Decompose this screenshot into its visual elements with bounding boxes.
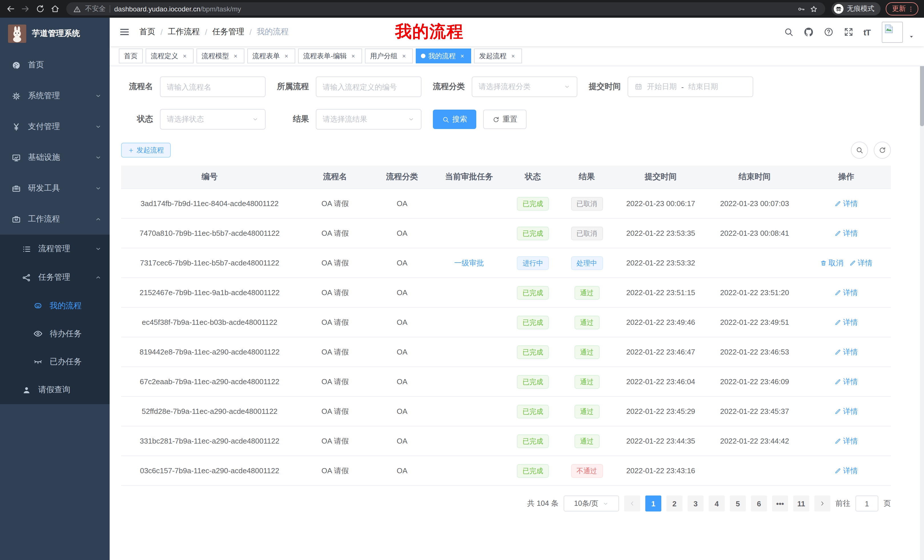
close-icon[interactable]: × (459, 52, 466, 60)
tab[interactable]: 流程模型× (196, 48, 244, 63)
row-category: OA (372, 456, 432, 485)
pager-page[interactable]: 1 (645, 496, 661, 512)
security-label[interactable]: 不安全 (85, 4, 106, 14)
result-cell: 已取消 (560, 189, 614, 219)
row-process-name: OA 请假 (298, 189, 372, 219)
row-id: 7470a810-7b9b-11ec-b5b7-acde48001122 (121, 219, 298, 248)
detail-link[interactable]: 详情 (835, 287, 858, 298)
breadcrumb-item[interactable]: 工作流程 (168, 27, 200, 37)
table-row: 3ad174fb-7b9d-11ec-8404-acde48001122OA 请… (121, 189, 891, 219)
cancel-link[interactable]: 取消 (820, 258, 843, 268)
page-scrollbar[interactable] (920, 18, 924, 560)
process-def-input[interactable] (316, 76, 422, 97)
sidebar-item[interactable]: 待办任务 (0, 320, 110, 347)
tab[interactable]: 流程定义× (146, 48, 194, 63)
back-icon[interactable] (6, 4, 15, 14)
app-logo[interactable]: 芋道管理系统 (0, 18, 110, 49)
sidebar-item[interactable]: 工作流程 (0, 204, 110, 235)
close-icon[interactable]: × (509, 52, 517, 60)
detail-link[interactable]: 详情 (835, 406, 858, 416)
close-icon[interactable]: × (283, 52, 290, 60)
result-cell: 通过 (560, 367, 614, 397)
github-icon[interactable] (804, 27, 814, 37)
sidebar-item[interactable]: 系统管理 (0, 81, 110, 111)
row-process-name: OA 请假 (298, 278, 372, 307)
close-icon[interactable]: × (232, 52, 239, 60)
font-size-icon[interactable]: tT (864, 27, 870, 37)
result-select[interactable]: 请选择流结果 (316, 109, 422, 130)
tab[interactable]: 首页 (119, 48, 143, 63)
sidebar-item[interactable]: 请假查询 (0, 376, 110, 404)
pager-page[interactable]: 3 (688, 496, 704, 512)
caret-down-icon[interactable] (908, 33, 915, 40)
pager-more[interactable]: ••• (772, 496, 788, 512)
search-icon[interactable] (783, 27, 794, 37)
refresh-table-button[interactable] (874, 142, 891, 159)
tab[interactable]: 用户分组× (365, 48, 413, 63)
detail-link[interactable]: 详情 (849, 258, 873, 268)
detail-link[interactable]: 详情 (835, 466, 858, 476)
sidebar-item-active[interactable]: 我的流程 (0, 292, 110, 320)
browser-menu-icon[interactable] (907, 5, 915, 13)
pager-page[interactable]: 2 (666, 496, 682, 512)
table-toolbar: 发起流程 (121, 142, 891, 159)
reload-icon[interactable] (35, 4, 45, 14)
category-select[interactable]: 请选择流程分类 (472, 76, 578, 97)
reset-button[interactable]: 重置 (483, 109, 526, 129)
goto-page-input[interactable] (855, 496, 878, 512)
search-button[interactable]: 搜索 (433, 109, 476, 129)
sidebar-item[interactable]: 基础设施 (0, 142, 110, 173)
avatar[interactable] (882, 21, 903, 42)
close-icon[interactable]: × (350, 52, 357, 60)
detail-link[interactable]: 详情 (835, 198, 858, 209)
tab[interactable]: 流程表单× (247, 48, 295, 63)
breadcrumb-item[interactable]: 任务管理 (213, 27, 244, 37)
pager-page[interactable]: 4 (709, 496, 725, 512)
submit-time-label: 提交时间 (589, 82, 628, 92)
show-search-button[interactable] (851, 142, 868, 159)
pager-prev-button[interactable] (624, 496, 640, 512)
tab[interactable]: 流程表单-编辑× (298, 48, 362, 63)
detail-link[interactable]: 详情 (835, 317, 858, 327)
url-text[interactable]: dashboard.yudao.iocoder.cn/bpm/task/my (114, 5, 241, 13)
pager-next-button[interactable] (814, 496, 830, 512)
key-icon[interactable] (797, 5, 805, 13)
tab[interactable]: 发起流程× (474, 48, 522, 63)
create-process-button[interactable]: 发起流程 (121, 143, 171, 157)
process-name-input[interactable] (160, 76, 266, 97)
tab-active[interactable]: 我的流程× (416, 48, 471, 63)
fullscreen-icon[interactable] (843, 27, 854, 37)
submit-time-range-picker[interactable]: 开始日期 - 结束日期 (628, 76, 753, 97)
sidebar-item[interactable]: 支付管理 (0, 111, 110, 142)
detail-link[interactable]: 详情 (835, 347, 858, 357)
breadcrumb-item[interactable]: 首页 (140, 27, 155, 37)
browser-update-button[interactable]: 更新 (886, 2, 918, 15)
pager-page[interactable]: 6 (751, 496, 767, 512)
sidebar-item[interactable]: 首页 (0, 49, 110, 81)
sidebar-item[interactable]: 流程管理 (0, 235, 110, 263)
pager-page[interactable]: 11 (793, 496, 809, 512)
close-icon[interactable]: × (181, 52, 189, 60)
forward-icon[interactable] (21, 4, 30, 14)
bookmark-star-icon[interactable] (809, 4, 818, 13)
browser-toolbar: 不安全 dashboard.yudao.iocoder.cn/bpm/task/… (0, 0, 924, 18)
detail-link[interactable]: 详情 (835, 436, 858, 446)
page-size-select[interactable]: 10条/页 (564, 496, 619, 512)
sidebar-item[interactable]: 研发工具 (0, 173, 110, 204)
goto-unit: 页 (884, 499, 891, 509)
incognito-badge: 无痕模式 (831, 2, 880, 15)
sidebar-item[interactable]: 已办任务 (0, 347, 110, 376)
page-title: 我的流程 (395, 21, 464, 43)
detail-link[interactable]: 详情 (835, 228, 858, 238)
pager-page[interactable]: 5 (730, 496, 746, 512)
detail-link[interactable]: 详情 (835, 376, 858, 387)
status-badge: 已完成 (517, 404, 549, 418)
close-icon[interactable]: × (400, 52, 408, 60)
status-select[interactable]: 请选择状态 (160, 109, 266, 130)
help-icon[interactable] (824, 27, 834, 37)
sidebar-item[interactable]: 任务管理 (0, 263, 110, 292)
task-link[interactable]: 一级审批 (454, 258, 484, 267)
address-bar[interactable]: 不安全 dashboard.yudao.iocoder.cn/bpm/task/… (66, 2, 825, 15)
home-icon[interactable] (50, 4, 60, 14)
hamburger-icon[interactable] (119, 26, 130, 38)
